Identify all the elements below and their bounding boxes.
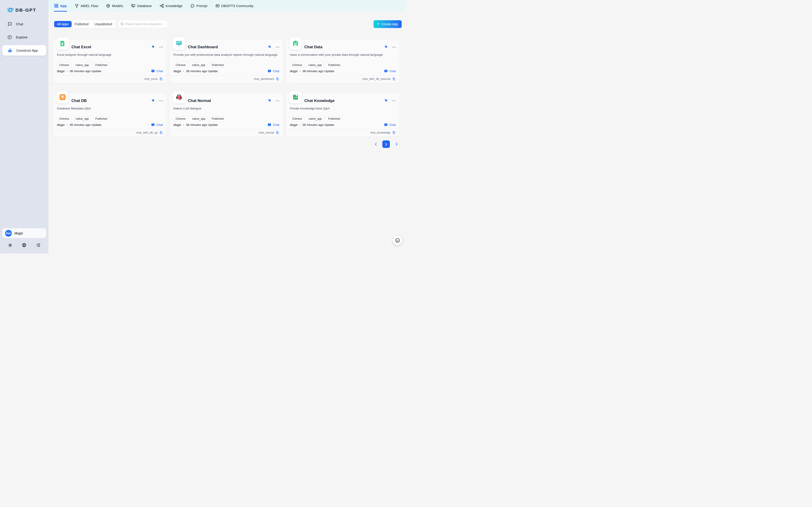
plus-icon: +: [377, 21, 380, 26]
dingtalk-share-icon[interactable]: [383, 45, 388, 49]
brand-name: DB-GPT: [15, 8, 37, 12]
collapse-menu-icon[interactable]: [34, 241, 42, 249]
next-page-icon[interactable]: [393, 141, 399, 147]
app-code: chat_excel: [144, 77, 158, 80]
more-options-icon[interactable]: [392, 46, 396, 48]
tab-label: Database: [137, 4, 152, 8]
tab-label: Knowledge: [166, 4, 182, 8]
dingtalk-share-icon[interactable]: [267, 99, 271, 103]
language-globe-icon[interactable]: [20, 241, 28, 249]
app-card-title: Chat Data: [304, 45, 322, 49]
dingtalk-share-icon[interactable]: [267, 45, 271, 49]
more-options-icon[interactable]: [159, 46, 163, 48]
tag: Chinese: [173, 63, 188, 68]
tab-knowledge[interactable]: Knowledge: [160, 0, 182, 12]
tab-label: Prompt: [196, 4, 207, 8]
app-card-description: Database Metadata Q&A: [57, 107, 163, 111]
more-options-icon[interactable]: [159, 100, 163, 102]
page-number-button[interactable]: 1: [382, 140, 390, 148]
chat-link[interactable]: Chat: [151, 123, 163, 127]
dingtalk-share-icon[interactable]: [383, 99, 388, 103]
tab-awel-flow[interactable]: AWEL Flow: [75, 0, 98, 12]
feedback-fab-button[interactable]: [393, 236, 402, 245]
filter-tab-unpublished[interactable]: Unpublished: [91, 21, 115, 27]
copy-icon[interactable]: [276, 131, 279, 134]
theme-sun-icon[interactable]: [6, 241, 14, 249]
app-card-chat-excel[interactable]: Chat Excel Excel analysis through natura…: [53, 40, 167, 83]
app-card-tags: Chinese native_app Published: [57, 116, 109, 121]
app-card-chat-normal[interactable]: Chat Normal Native LLM dialogue Chin: [170, 94, 283, 136]
meta-separator: •: [183, 123, 184, 126]
sidebar-item-construct-app[interactable]: Construct App: [2, 45, 46, 56]
tag: Chinese: [57, 116, 71, 121]
tag: Published: [93, 116, 110, 121]
app-card-tags: Chinese native_app Published: [173, 116, 226, 121]
copy-icon[interactable]: [392, 77, 396, 81]
more-options-icon[interactable]: [392, 100, 396, 102]
previous-page-icon[interactable]: [373, 141, 379, 147]
app-icon-chip: [56, 91, 69, 103]
copy-icon[interactable]: [159, 77, 163, 81]
tag: Published: [326, 116, 342, 121]
sidebar-footer: [0, 241, 49, 253]
app-card-owner: dbgpt: [290, 69, 298, 73]
chat-link-label: Chat: [156, 69, 163, 73]
divider: [170, 75, 283, 75]
tag: Published: [326, 63, 342, 68]
app-card-chat-db[interactable]: Chat DB Database Metadata Q&A Chines: [53, 94, 167, 136]
app-card-description: Private knowledge base Q&A: [290, 107, 396, 111]
community-grid-icon: [215, 4, 220, 8]
chat-bubble-filled-icon: [267, 123, 271, 127]
copy-icon[interactable]: [392, 131, 396, 134]
sidebar-item-chat[interactable]: Chat: [2, 19, 46, 29]
sql-monitor-icon: [131, 4, 135, 8]
chat-bubble-filled-icon: [267, 69, 271, 73]
filter-tab-all-apps[interactable]: All Apps: [54, 21, 72, 27]
copy-icon[interactable]: [276, 77, 279, 81]
app-card-tags: Chinese native_app Published: [290, 63, 342, 68]
sidebar-item-explore[interactable]: Explore: [2, 32, 46, 42]
app-card-updated: 36 minutes ago Update: [186, 69, 218, 73]
app-code: chat_with_db_qa: [136, 131, 158, 134]
more-options-icon[interactable]: [276, 100, 279, 102]
chat-link[interactable]: Chat: [267, 123, 279, 127]
tab-database[interactable]: Database: [131, 0, 152, 12]
user-profile-chip[interactable]: dbgpt dbgpt: [2, 228, 46, 238]
data-easel-icon: [292, 40, 299, 47]
tag: native_app: [306, 63, 324, 68]
search-icon: [121, 22, 124, 26]
search-box: [118, 20, 168, 28]
app-icon-chip: [173, 91, 185, 103]
chat-link[interactable]: Chat: [384, 69, 396, 73]
meta-separator: •: [67, 123, 68, 126]
app-card-chat-knowledge[interactable]: Chat Knowledge Private knowledge base Q&…: [286, 94, 399, 136]
tab-label: DBGPTS Community: [221, 4, 254, 8]
more-options-icon[interactable]: [276, 46, 279, 48]
tag: native_app: [190, 63, 208, 68]
app-card-title: Chat Knowledge: [304, 99, 334, 103]
copy-icon[interactable]: [159, 131, 163, 134]
chat-link-label: Chat: [273, 123, 279, 126]
app-card-owner: dbgpt: [290, 123, 298, 126]
chat-link[interactable]: Chat: [384, 123, 396, 127]
dingtalk-share-icon[interactable]: [150, 45, 155, 49]
chat-link[interactable]: Chat: [151, 69, 163, 73]
tag: native_app: [190, 116, 208, 121]
tab-app[interactable]: App: [54, 0, 67, 12]
tab-prompt[interactable]: Prompt: [191, 0, 207, 12]
tab-models[interactable]: Models: [106, 0, 123, 12]
search-input[interactable]: [125, 22, 165, 26]
divider: [53, 75, 167, 75]
filter-tab-published[interactable]: Published: [72, 21, 92, 27]
divider: [286, 75, 399, 75]
chat-bubble-filled-icon: [384, 123, 388, 127]
tag: Chinese: [57, 63, 71, 68]
app-card-chat-data[interactable]: Chat Data Have a conversation with your …: [286, 40, 399, 83]
app-card-chat-dashboard[interactable]: Chat Dashboard Provide you with professi…: [170, 40, 283, 83]
tab-dbgpts-community[interactable]: DBGPTS Community: [215, 0, 254, 12]
tag: Chinese: [290, 63, 304, 68]
chat-link[interactable]: Chat: [267, 69, 279, 73]
chat-link-label: Chat: [389, 123, 396, 126]
dingtalk-share-icon[interactable]: [150, 99, 155, 103]
create-app-button[interactable]: + Create App: [373, 20, 402, 28]
